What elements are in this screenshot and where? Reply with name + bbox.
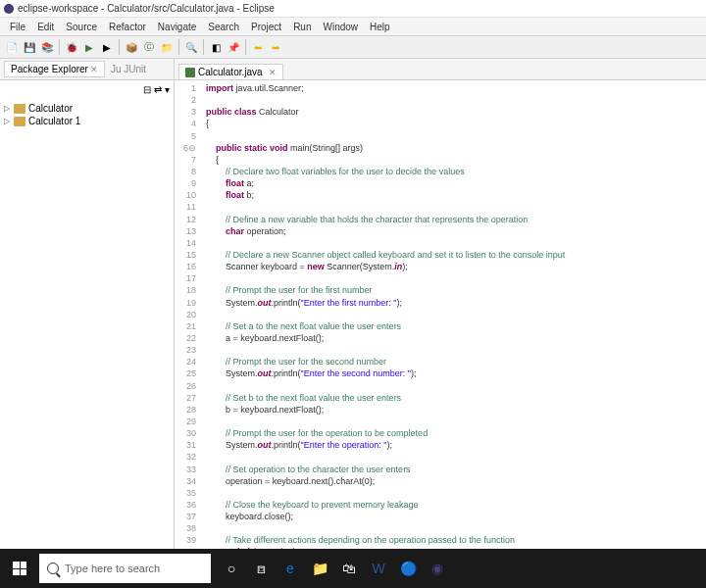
explorer-icon[interactable]: 📁 (307, 556, 332, 581)
editor-tabs: Calculator.java ✕ (175, 59, 706, 80)
forward-icon[interactable]: ➡ (268, 39, 283, 55)
menu-window[interactable]: Window (317, 22, 364, 32)
close-icon[interactable]: ✕ (269, 68, 277, 77)
new-icon[interactable]: 📄 (4, 39, 20, 55)
sidebar: Package Explorer✕ Ju JUnit ⊟ ⇄ ▾ ▷Calcul… (0, 59, 175, 549)
editor-tab-label: Calculator.java (198, 67, 263, 77)
close-icon[interactable]: ✕ (90, 65, 98, 74)
back-icon[interactable]: ⬅ (250, 39, 266, 55)
java-file-icon (185, 68, 195, 77)
word-icon[interactable]: W (366, 556, 391, 581)
start-button[interactable] (0, 549, 39, 588)
tab-junit[interactable]: Ju JUnit (105, 62, 152, 76)
taskview-icon[interactable]: ⧈ (248, 556, 274, 581)
store-icon[interactable]: 🛍 (336, 556, 362, 581)
view-menu-icon[interactable]: ▾ (165, 84, 170, 95)
cortana-icon[interactable]: ○ (219, 556, 244, 581)
debug-icon[interactable]: 🐞 (64, 39, 79, 55)
pin-icon[interactable]: 📌 (226, 39, 241, 55)
taskbar-search[interactable]: Type here to search (39, 554, 211, 583)
new-class-icon[interactable]: Ⓒ (141, 39, 157, 55)
collapse-icon[interactable]: ⊟ (143, 84, 151, 95)
toolbar: 📄 💾 📚 🐞 ▶ ▶ 📦 Ⓒ 📁 🔍 ◧ 📌 ⬅ ➡ (0, 35, 706, 59)
save-all-icon[interactable]: 📚 (39, 39, 55, 55)
menu-file[interactable]: File (4, 22, 31, 32)
link-icon[interactable]: ⇄ (154, 84, 162, 95)
open-type-icon[interactable]: 📁 (159, 39, 175, 55)
toggle-icon[interactable]: ◧ (208, 39, 224, 55)
window-title: eclipse-workspace - Calculator/src/Calcu… (18, 3, 275, 14)
new-package-icon[interactable]: 📦 (124, 39, 139, 55)
code-content[interactable]: import java.util.Scanner;public class Ca… (202, 80, 706, 549)
eclipse-icon (4, 4, 14, 14)
sidebar-tabs: Package Explorer✕ Ju JUnit (0, 59, 174, 80)
menu-bar: File Edit Source Refactor Navigate Searc… (0, 18, 706, 35)
editor-area: Calculator.java ✕ 123456⊖789101112131415… (175, 59, 706, 549)
gutter: 123456⊖789101112131415161718192021222324… (175, 80, 202, 549)
title-bar: eclipse-workspace - Calculator/src/Calcu… (0, 0, 706, 18)
edge-icon[interactable]: e (277, 556, 303, 581)
menu-project[interactable]: Project (245, 22, 287, 32)
search-icon[interactable]: 🔍 (183, 39, 199, 55)
menu-refactor[interactable]: Refactor (103, 22, 152, 32)
eclipse-taskbar-icon[interactable]: ◉ (425, 556, 450, 581)
sidebar-toolbar: ⊟ ⇄ ▾ (0, 80, 174, 98)
search-placeholder: Type here to search (65, 563, 160, 574)
save-icon[interactable]: 💾 (22, 39, 37, 55)
run-icon[interactable]: ▶ (81, 39, 97, 55)
menu-search[interactable]: Search (202, 22, 245, 32)
menu-run[interactable]: Run (287, 22, 317, 32)
tree-item-calculator-1[interactable]: ▷Calculator 1 (4, 115, 170, 127)
windows-taskbar: Type here to search ○ ⧈ e 📁 🛍 W 🔵 ◉ (0, 549, 706, 588)
tab-package-explorer[interactable]: Package Explorer✕ (4, 61, 105, 77)
editor-tab-calculator[interactable]: Calculator.java ✕ (178, 64, 283, 79)
coverage-icon[interactable]: ▶ (99, 39, 115, 55)
taskbar-icons: ○ ⧈ e 📁 🛍 W 🔵 ◉ (219, 556, 450, 581)
project-tree: ▷Calculator ▷Calculator 1 (0, 98, 174, 131)
menu-navigate[interactable]: Navigate (152, 22, 202, 32)
code-editor[interactable]: 123456⊖789101112131415161718192021222324… (175, 80, 706, 549)
search-icon (47, 563, 59, 574)
menu-edit[interactable]: Edit (31, 22, 60, 32)
menu-source[interactable]: Source (60, 22, 103, 32)
tree-item-calculator[interactable]: ▷Calculator (4, 102, 170, 115)
chrome-icon[interactable]: 🔵 (395, 556, 421, 581)
menu-help[interactable]: Help (364, 22, 396, 32)
